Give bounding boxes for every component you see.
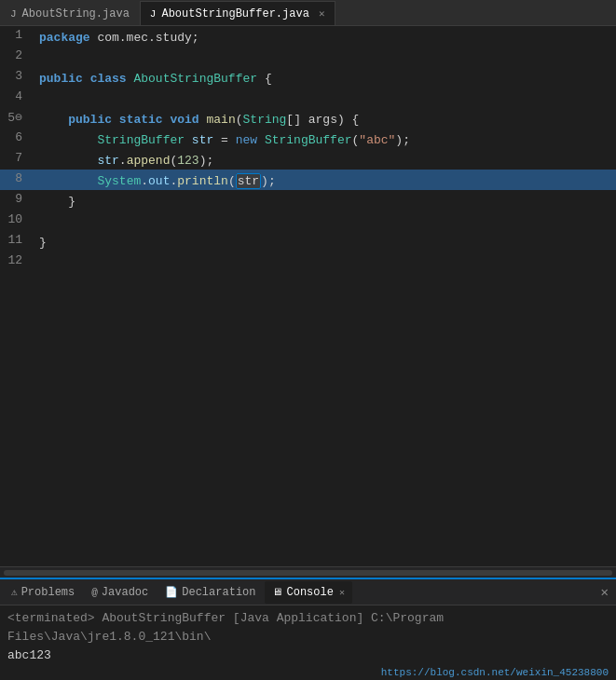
code-row: 2 — [0, 47, 616, 67]
code-line: } — [39, 231, 616, 252]
console-active-marker: ✕ — [339, 587, 345, 598]
console-icon: 🖥 — [272, 586, 282, 598]
code-line: StringBuffer str = new StringBuffer("abc… — [39, 129, 616, 149]
tab-problems[interactable]: ⚠ Problems — [4, 581, 82, 604]
code-line: System.out.println(str); — [39, 170, 616, 190]
code-line — [39, 47, 616, 67]
line-number: 4 — [0, 88, 34, 108]
console-output-text: abc123 — [7, 648, 51, 662]
line-number: 8 — [0, 170, 34, 190]
code-row: 10 — [0, 211, 616, 231]
code-line: public static void main(String[] args) { — [39, 108, 616, 129]
tab-about-string[interactable]: J AboutString.java — [0, 1, 140, 25]
code-row: 5⊖ public static void main(String[] args… — [0, 108, 616, 129]
panel-close-button[interactable]: ✕ — [597, 584, 612, 600]
java-file-icon-active: J — [150, 8, 157, 20]
tab-javadoc[interactable]: @ Javadoc — [84, 581, 156, 604]
code-row: 3 public class AboutStringBuffer { — [0, 67, 616, 88]
code-row: 6 StringBuffer str = new StringBuffer("a… — [0, 129, 616, 149]
code-line: } — [39, 190, 616, 211]
code-row: 12 — [0, 252, 616, 272]
horizontal-scrollbar[interactable] — [0, 566, 616, 578]
declaration-icon: 📄 — [165, 586, 178, 598]
line-number: 9 — [0, 190, 34, 211]
terminated-prefix: <terminated> AboutStringBuffer [Java App… — [7, 611, 444, 644]
tab-close-button[interactable]: ✕ — [319, 7, 325, 20]
scrollbar-track — [4, 570, 612, 576]
code-table: 1 package com.mec.study; 2 3 publ — [0, 26, 616, 272]
code-line — [39, 88, 616, 108]
tab-console[interactable]: 🖥 Console ✕ — [265, 581, 351, 604]
line-number: 6 — [0, 129, 34, 149]
code-line: public class AboutStringBuffer { — [39, 67, 616, 88]
watermark-url: https://blog.csdn.net/weixin_45238800 — [381, 667, 609, 678]
code-row: 7 str.append(123); — [0, 149, 616, 170]
code-row: 9 } — [0, 190, 616, 211]
bottom-tab-bar: ⚠ Problems @ Javadoc 📄 Declaration 🖥 Con… — [0, 579, 616, 605]
line-number: 7 — [0, 149, 34, 170]
code-editor: 1 package com.mec.study; 2 3 publ — [0, 26, 616, 578]
line-number: 10 — [0, 211, 34, 231]
line-number: 1 — [0, 26, 34, 47]
code-line: package com.mec.study; — [39, 26, 616, 47]
line-number: 3 — [0, 67, 34, 88]
line-number: 11 — [0, 231, 34, 252]
code-row: 4 — [0, 88, 616, 108]
javadoc-icon: @ — [91, 587, 98, 598]
tab-about-string-buffer[interactable]: J AboutStringBuffer.java ✕ — [140, 1, 335, 25]
code-scroll-area[interactable]: 1 package com.mec.study; 2 3 publ — [0, 26, 616, 566]
console-label: Console — [286, 586, 333, 599]
line-number: 2 — [0, 47, 34, 67]
output-line: abc123 — [7, 646, 609, 665]
code-row-highlighted: 8 System.out.println(str); — [0, 170, 616, 190]
code-line — [39, 211, 616, 231]
code-line: str.append(123); — [39, 149, 616, 170]
tab-declaration[interactable]: 📄 Declaration — [157, 581, 263, 604]
bottom-panel: ⚠ Problems @ Javadoc 📄 Declaration 🖥 Con… — [0, 578, 616, 680]
javadoc-label: Javadoc — [102, 586, 148, 599]
code-line — [39, 252, 616, 272]
terminated-line: <terminated> AboutStringBuffer [Java App… — [7, 609, 609, 646]
problems-label: Problems — [21, 586, 75, 599]
tab-bar: J AboutString.java J AboutStringBuffer.j… — [0, 0, 616, 26]
line-number: 5⊖ — [0, 108, 34, 129]
problems-icon: ⚠ — [11, 586, 18, 598]
editor-window: J AboutString.java J AboutStringBuffer.j… — [0, 0, 616, 680]
java-file-icon: J — [10, 8, 17, 20]
console-output: <terminated> AboutStringBuffer [Java App… — [0, 605, 616, 680]
tab-label: AboutString.java — [22, 7, 130, 20]
declaration-label: Declaration — [182, 586, 255, 599]
tab-label-active: AboutStringBuffer.java — [161, 7, 308, 20]
code-row: 11 } — [0, 231, 616, 252]
line-number: 12 — [0, 252, 34, 272]
code-row: 1 package com.mec.study; — [0, 26, 616, 47]
